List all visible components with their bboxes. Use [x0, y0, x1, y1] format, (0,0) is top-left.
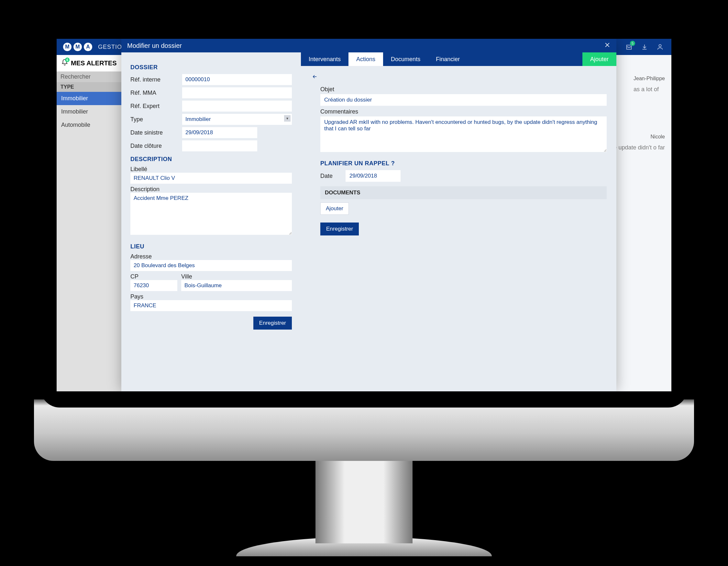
section-lieu: LIEU — [130, 243, 292, 250]
modal-right-content: Objet Commentaires Upgraded AR mkII with… — [301, 66, 616, 242]
save-left-button[interactable]: Enregistrer — [253, 316, 292, 329]
label-date-cloture: Date clôture — [130, 143, 179, 150]
sidebar: 6 MES ALERTES Rechercher TYPE Immobilier… — [57, 55, 121, 391]
input-ref-expert[interactable] — [182, 101, 292, 112]
monitor-bezel: M M A GESTION DES SINISTRES 1.0 5 — [40, 23, 688, 407]
app-logo: M M A — [63, 43, 92, 51]
input-date-cloture[interactable] — [182, 140, 257, 151]
alerts-badge: 6 — [65, 58, 70, 62]
modal-header: Modifier un dossier — [121, 39, 616, 52]
save-right-button[interactable]: Enregistrer — [320, 223, 359, 236]
section-rappel: PLANIFIER UN RAPPEL ? — [320, 160, 607, 167]
add-button[interactable]: Ajouter — [582, 52, 616, 66]
modal-title: Modifier un dossier — [127, 42, 182, 50]
input-date-sinistre[interactable] — [182, 127, 257, 138]
sidebar-section-type: TYPE — [57, 82, 121, 92]
sidebar-item-immobilier[interactable]: Immobilier — [57, 92, 121, 105]
modal-left-form: DOSSIER Réf. interne Réf. MMA Réf. Exper… — [121, 52, 301, 391]
textarea-commentaires[interactable]: Upgraded AR mkII with no problems. Haven… — [320, 117, 607, 152]
label-adresse: Adresse — [130, 253, 152, 260]
sidebar-item-automobile[interactable]: Automobile — [57, 118, 121, 132]
sidebar-search[interactable]: Rechercher — [57, 72, 121, 82]
textarea-description[interactable]: Accident Mme PEREZ — [130, 193, 292, 235]
logo-letter: M — [63, 43, 72, 51]
tab-documents[interactable]: Documents — [383, 52, 428, 66]
tab-financier[interactable]: Financier — [428, 52, 468, 66]
input-cp[interactable] — [130, 280, 177, 291]
alerts-label: MES ALERTES — [71, 60, 117, 67]
add-document-button[interactable]: Ajouter — [320, 203, 349, 215]
close-icon[interactable] — [604, 42, 611, 50]
label-objet: Objet — [320, 86, 607, 93]
monitor-stand-neck — [315, 459, 413, 543]
label-ref-interne: Réf. interne — [130, 76, 179, 83]
logo-letter: A — [84, 43, 92, 51]
label-commentaires: Commentaires — [320, 108, 607, 115]
label-ref-mma: Réf. MMA — [130, 90, 179, 96]
logo-letter: M — [73, 43, 82, 51]
tab-intervenants[interactable]: Intervenants — [301, 52, 348, 66]
input-ref-mma[interactable] — [182, 87, 292, 98]
section-dossier: DOSSIER — [130, 64, 292, 71]
input-ville[interactable] — [181, 280, 292, 291]
input-ref-interne[interactable] — [182, 74, 292, 85]
label-ville: Ville — [181, 273, 192, 280]
label-pays: Pays — [130, 293, 143, 300]
input-pays[interactable] — [130, 300, 292, 311]
chevron-down-icon[interactable]: ▾ — [284, 115, 291, 122]
documents-header: DOCUMENTS — [320, 186, 607, 199]
label-date-rappel: Date — [320, 173, 333, 180]
section-description: DESCRIPTION — [130, 156, 292, 163]
input-libelle[interactable] — [130, 173, 292, 184]
modal: Modifier un dossier DOSSIER Réf. interne — [121, 39, 616, 391]
label-type: Type — [130, 116, 179, 123]
input-date-rappel[interactable] — [346, 170, 401, 182]
input-adresse[interactable] — [130, 260, 292, 271]
modal-overlay: Modifier un dossier DOSSIER Réf. interne — [121, 39, 671, 391]
label-libelle: Libellé — [130, 166, 147, 172]
modal-tabs: Intervenants Actions Documents Financier… — [301, 52, 616, 66]
input-objet[interactable] — [320, 94, 607, 106]
label-ref-expert: Réf. Expert — [130, 103, 179, 110]
label-date-sinistre: Date sinistre — [130, 129, 179, 136]
monitor-chin — [34, 399, 694, 461]
modal-right-pane: Intervenants Actions Documents Financier… — [301, 52, 616, 391]
bell-icon: 6 — [61, 59, 68, 68]
screen: M M A GESTION DES SINISTRES 1.0 5 — [57, 39, 671, 391]
label-cp: CP — [130, 273, 138, 280]
label-description: Description — [130, 186, 160, 193]
back-arrow-icon[interactable] — [311, 72, 319, 82]
tab-actions[interactable]: Actions — [348, 52, 383, 66]
sidebar-item-immobilier-2[interactable]: Immobilier — [57, 105, 121, 118]
select-type[interactable] — [182, 114, 292, 125]
sidebar-alerts[interactable]: 6 MES ALERTES — [57, 55, 121, 72]
